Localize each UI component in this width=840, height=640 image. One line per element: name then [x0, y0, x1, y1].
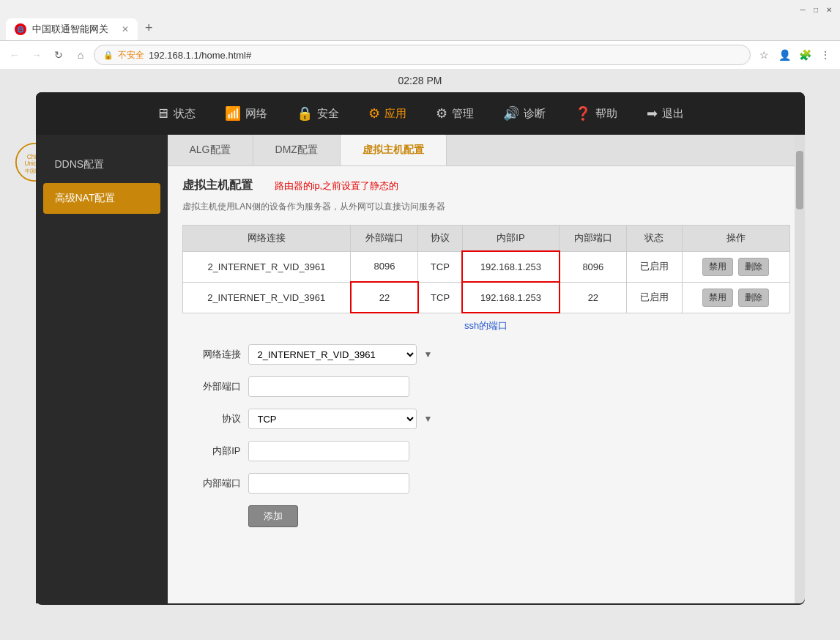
- nav-help[interactable]: ❓ 帮助: [560, 100, 632, 127]
- time-text: 02:28 PM: [398, 75, 442, 86]
- scrollbar[interactable]: [795, 135, 805, 603]
- col-internal-ip: 内部IP: [462, 226, 559, 252]
- lock-icon: 🔒: [103, 51, 114, 60]
- table-row: 2_INTERNET_R_VID_3961 8096 TCP 192.168.1…: [182, 251, 789, 282]
- menu-btn[interactable]: ⋮: [817, 46, 834, 64]
- row1-internal-ip: 192.168.1.253: [462, 251, 559, 282]
- sidebar-nat-label: 高级NAT配置: [55, 192, 116, 204]
- tab-alg[interactable]: ALG配置: [168, 135, 253, 165]
- row2-internal-ip: 192.168.1.253: [462, 282, 559, 313]
- form-row-ext-port: 外部端口: [182, 376, 790, 397]
- logout-icon: ➡: [647, 105, 658, 122]
- tab-dmz[interactable]: DMZ配置: [253, 135, 341, 165]
- row1-delete-btn[interactable]: 删除: [738, 258, 769, 276]
- form-row-network: 网络连接 2_INTERNET_R_VID_3961 ▼: [182, 344, 790, 365]
- row1-protocol: TCP: [418, 251, 462, 282]
- form-ext-port-input[interactable]: [248, 376, 409, 397]
- address-bar-actions: ☆ 👤 🧩 ⋮: [755, 46, 834, 64]
- form-network-select[interactable]: 2_INTERNET_R_VID_3961: [248, 344, 417, 365]
- form-row-submit: 添加: [182, 505, 790, 527]
- nav-logout-label: 退出: [662, 107, 684, 121]
- ssh-annotation: ssh的端口: [182, 319, 790, 332]
- bookmark-btn[interactable]: ☆: [755, 46, 773, 64]
- status-icon: 🖥: [156, 106, 169, 122]
- form-row-protocol: 协议 TCP UDP BOTH ▼: [182, 409, 790, 429]
- nav-manage-label: 管理: [452, 107, 474, 121]
- close-btn[interactable]: ✕: [824, 4, 834, 15]
- maximize-btn[interactable]: □: [811, 4, 821, 15]
- url-text: 192.168.1.1/home.html#: [149, 50, 251, 61]
- col-ext-port: 外部端口: [351, 226, 418, 252]
- nav-status-label: 状态: [174, 107, 196, 121]
- active-tab[interactable]: 🌐 中国联通智能网关 ✕: [6, 18, 138, 40]
- row2-internal-port: 22: [560, 282, 627, 313]
- col-status: 状态: [627, 226, 683, 252]
- tab-row: ALG配置 DMZ配置 虚拟主机配置: [168, 135, 805, 166]
- tab-dmz-label: DMZ配置: [275, 144, 318, 155]
- row2-disable-btn[interactable]: 禁用: [702, 289, 733, 307]
- address-bar-row: ← → ↻ ⌂ 🔒 不安全 192.168.1.1/home.html# ☆ 👤…: [0, 40, 840, 69]
- row2-status: 已启用: [627, 282, 683, 313]
- nav-security[interactable]: 🔒 安全: [282, 100, 354, 127]
- tab-alg-label: ALG配置: [190, 144, 231, 155]
- profile-btn[interactable]: 👤: [776, 46, 793, 64]
- row1-disable-btn[interactable]: 禁用: [702, 258, 733, 276]
- scrollbar-thumb[interactable]: [796, 151, 803, 209]
- security-icon: 🔒: [297, 105, 313, 122]
- tab-virtual[interactable]: 虚拟主机配置: [341, 135, 447, 165]
- not-secure-label: 不安全: [118, 49, 144, 62]
- form-protocol-select[interactable]: TCP UDP BOTH: [248, 409, 417, 429]
- reload-btn[interactable]: ↻: [50, 46, 67, 64]
- address-bar[interactable]: 🔒 不安全 192.168.1.1/home.html#: [94, 45, 751, 65]
- section-desc: 虚拟主机使用LAN侧的设备作为服务器，从外网可以直接访问服务器: [182, 201, 790, 213]
- col-protocol: 协议: [418, 226, 462, 252]
- help-icon: ❓: [575, 105, 591, 122]
- page-content: 02:28 PM China Unicom 中国联通 🖥 状态 📶 网络 🔒 安…: [0, 69, 840, 640]
- nav-app-label: 应用: [384, 107, 406, 121]
- nav-diagnose[interactable]: 🔊 诊断: [488, 100, 560, 127]
- form-internal-ip-label: 内部IP: [182, 444, 241, 458]
- extensions-btn[interactable]: 🧩: [796, 46, 814, 64]
- sidebar: DDNS配置 高级NAT配置: [36, 135, 168, 603]
- sidebar-item-ddns[interactable]: DDNS配置: [43, 149, 160, 180]
- form-protocol-label: 协议: [182, 412, 241, 425]
- router-ui: 🖥 状态 📶 网络 🔒 安全 ⚙ 应用 ⚙ 管理 🔊 诊断: [36, 92, 805, 605]
- virtual-host-table: 网络连接 外部端口 协议 内部IP 内部端口 状态 操作: [182, 225, 790, 313]
- network-icon: 📶: [225, 105, 241, 122]
- top-nav: 🖥 状态 📶 网络 🔒 安全 ⚙ 应用 ⚙ 管理 🔊 诊断: [36, 92, 805, 135]
- col-actions: 操作: [682, 226, 789, 252]
- sidebar-item-nat[interactable]: 高级NAT配置: [43, 183, 160, 214]
- nav-logout[interactable]: ➡ 退出: [632, 100, 699, 127]
- tab-bar: 🌐 中国联通智能网关 ✕ +: [0, 16, 840, 40]
- nav-network[interactable]: 📶 网络: [210, 100, 282, 127]
- row2-actions: 禁用 删除: [682, 282, 789, 313]
- tab-title: 中国联通智能网关: [32, 23, 108, 36]
- form-submit-btn[interactable]: 添加: [248, 505, 298, 527]
- table-row: 2_INTERNET_R_VID_3961 22 TCP 192.168.1.2…: [182, 282, 789, 313]
- back-btn[interactable]: ←: [6, 46, 23, 64]
- minimize-btn[interactable]: ─: [798, 4, 808, 15]
- row2-ext-port: 22: [351, 282, 418, 313]
- home-btn[interactable]: ⌂: [72, 46, 89, 64]
- row2-delete-btn[interactable]: 删除: [738, 289, 769, 307]
- form-row-internal-ip: 内部IP: [182, 441, 790, 461]
- nav-app[interactable]: ⚙ 应用: [354, 100, 421, 127]
- tab-close-btn[interactable]: ✕: [122, 24, 129, 34]
- section-title: 虚拟主机配置: [182, 178, 253, 193]
- content-area: DDNS配置 高级NAT配置 ALG配置 DMZ配置 虚拟主机: [36, 135, 805, 603]
- nav-status[interactable]: 🖥 状态: [141, 100, 210, 127]
- panel-content: 虚拟主机配置 路由器的ip,之前设置了静态的 虚拟主机使用LAN侧的设备作为服务…: [168, 166, 805, 551]
- nav-manage[interactable]: ⚙ 管理: [421, 100, 488, 127]
- nav-help-label: 帮助: [595, 107, 617, 121]
- new-tab-btn[interactable]: +: [138, 16, 160, 40]
- col-internal-port: 内部端口: [560, 226, 627, 252]
- form-internal-port-input[interactable]: [248, 473, 409, 494]
- form-ext-port-label: 外部端口: [182, 380, 241, 393]
- form-internal-ip-input[interactable]: [248, 441, 409, 461]
- row1-network: 2_INTERNET_R_VID_3961: [182, 251, 351, 282]
- app-icon: ⚙: [368, 105, 380, 122]
- row1-ext-port: 8096: [351, 251, 418, 282]
- forward-btn[interactable]: →: [28, 46, 45, 64]
- form-network-label: 网络连接: [182, 348, 241, 361]
- tab-virtual-label: 虚拟主机配置: [363, 144, 424, 155]
